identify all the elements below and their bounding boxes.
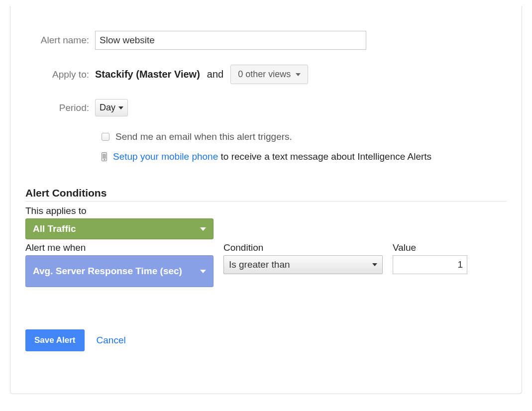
period-dropdown-label: Day bbox=[100, 103, 115, 113]
phone-icon bbox=[102, 152, 107, 161]
alert-name-label: Alert name: bbox=[25, 35, 95, 46]
alert-name-row: Alert name: bbox=[25, 31, 507, 50]
value-label: Value bbox=[393, 242, 467, 253]
conditions-row: Alert me when Avg. Server Response Time … bbox=[25, 242, 507, 287]
alert-conditions-title: Alert Conditions bbox=[25, 187, 507, 199]
apply-to-and: and bbox=[207, 69, 223, 80]
chevron-down-icon bbox=[372, 263, 377, 266]
apply-to-content: Stackify (Master View) and 0 other views bbox=[95, 65, 308, 84]
alert-when-dropdown[interactable]: Avg. Server Response Time (sec) bbox=[25, 255, 213, 287]
value-input[interactable] bbox=[393, 255, 467, 274]
other-views-dropdown[interactable]: 0 other views bbox=[230, 65, 308, 84]
cancel-button[interactable]: Cancel bbox=[97, 335, 126, 346]
alert-when-label: Alert me when bbox=[25, 242, 213, 253]
apply-to-label: Apply to: bbox=[25, 69, 95, 80]
setup-mobile-link[interactable]: Setup your mobile phone bbox=[113, 151, 218, 162]
applies-to-dropdown[interactable]: All Traffic bbox=[25, 218, 213, 239]
alert-when-column: Alert me when Avg. Server Response Time … bbox=[25, 242, 213, 287]
email-checkbox-row: Send me an email when this alert trigger… bbox=[102, 131, 507, 142]
period-dropdown[interactable]: Day bbox=[95, 99, 128, 116]
condition-select-value: Is greater than bbox=[229, 259, 290, 270]
chevron-down-icon bbox=[296, 73, 301, 76]
applies-to-label: This applies to bbox=[25, 206, 507, 216]
mobile-setup-row: Setup your mobile phone to receive a tex… bbox=[102, 151, 507, 162]
period-label: Period: bbox=[25, 103, 95, 113]
chevron-down-icon bbox=[200, 227, 206, 231]
email-checkbox-label: Send me an email when this alert trigger… bbox=[115, 131, 292, 142]
alert-name-input[interactable] bbox=[95, 31, 366, 50]
condition-select[interactable]: Is greater than bbox=[223, 255, 383, 274]
value-column: Value bbox=[393, 242, 467, 287]
condition-column: Condition Is greater than bbox=[223, 242, 383, 287]
chevron-down-icon bbox=[118, 106, 123, 109]
other-views-dropdown-label: 0 other views bbox=[238, 69, 291, 80]
mobile-setup-text: Setup your mobile phone to receive a tex… bbox=[113, 151, 431, 162]
alert-when-value: Avg. Server Response Time (sec) bbox=[33, 266, 182, 277]
mobile-setup-suffix: to receive a text message about Intellig… bbox=[218, 151, 431, 162]
divider bbox=[25, 201, 507, 202]
period-row: Period: Day bbox=[25, 99, 507, 116]
chevron-down-icon bbox=[200, 270, 206, 273]
condition-label: Condition bbox=[223, 242, 383, 253]
email-checkbox[interactable] bbox=[102, 133, 109, 141]
alert-config-panel: Alert name: Apply to: Stackify (Master V… bbox=[10, 6, 522, 394]
save-alert-button[interactable]: Save Alert bbox=[25, 329, 85, 351]
applies-to-value: All Traffic bbox=[33, 223, 76, 234]
apply-to-row: Apply to: Stackify (Master View) and 0 o… bbox=[25, 65, 507, 84]
apply-to-view-name: Stackify (Master View) bbox=[95, 69, 200, 80]
actions-row: Save Alert Cancel bbox=[25, 329, 507, 351]
